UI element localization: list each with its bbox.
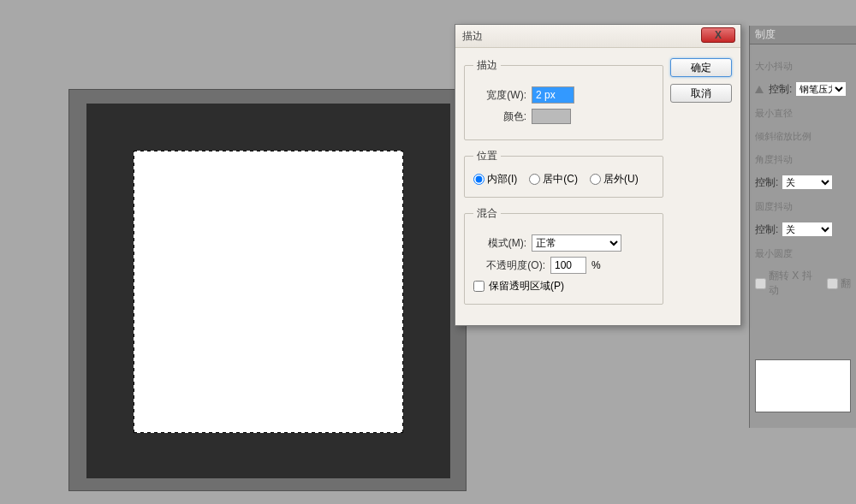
position-center-radio[interactable]: 居中(C) [529,172,578,187]
min-diameter-label: 最小直径 [755,107,851,120]
opacity-label: 不透明度(O): [473,258,545,273]
stroke-dialog: 描边 X 描边 宽度(W): 颜色: 位置 内部(I) 居中(C [455,24,741,326]
position-outside-radio[interactable]: 居外(U) [590,172,639,187]
min-roundness-label: 最小圆度 [755,247,851,260]
flip-y-checkbox[interactable]: 翻 [827,269,851,298]
cancel-button[interactable]: 取消 [670,84,732,103]
canvas-background [86,104,450,478]
dialog-titlebar[interactable]: 描边 X [455,25,740,48]
ok-button[interactable]: 确定 [670,58,732,77]
roundness-jitter-label: 圆度抖动 [755,200,851,213]
preserve-transparency-label: 保留透明区域(P) [489,279,564,294]
canvas-content [134,151,403,433]
control-label: 控制: [769,82,792,97]
blend-legend: 混合 [473,206,501,221]
close-button[interactable]: X [701,27,735,43]
blend-group: 混合 模式(M): 正常 不透明度(O): % 保留透明区域(P) [464,206,663,305]
width-label: 宽度(W): [473,88,526,103]
mode-select[interactable]: 正常 [532,234,621,252]
close-icon: X [715,29,722,41]
control-label-3: 控制: [755,222,778,237]
preserve-transparency-checkbox[interactable] [473,281,484,292]
flip-x-checkbox[interactable]: 翻转 X 抖动 [755,269,817,298]
control-select-pen[interactable]: 钢笔压力 [795,81,847,97]
control-row-3: 控制: 关 [755,222,851,237]
dialog-title: 描边 [462,29,483,44]
position-legend: 位置 [473,149,501,163]
canvas-area[interactable] [68,89,467,491]
color-swatch[interactable] [532,109,571,124]
control-label-2: 控制: [755,175,778,190]
scale-ratio-label: 倾斜缩放比例 [755,130,851,143]
control-select-off-1[interactable]: 关 [782,175,833,190]
stroke-legend: 描边 [473,58,501,73]
warning-icon [755,86,764,93]
angle-jitter-label: 角度抖动 [755,153,851,166]
color-label: 颜色: [473,110,526,124]
opacity-input[interactable] [550,257,586,274]
width-input[interactable] [532,86,574,104]
control-row-2: 控制: 关 [755,175,851,190]
position-group: 位置 内部(I) 居中(C) 居外(U) [464,149,663,198]
stroke-group: 描边 宽度(W): 颜色: [464,58,663,140]
brush-preview [755,359,851,412]
control-select-off-2[interactable]: 关 [782,222,833,237]
opacity-unit: % [591,259,601,271]
brush-dynamics-panel: 制度 大小抖动 控制: 钢笔压力 最小直径 倾斜缩放比例 角度抖动 控制: 关 … [749,26,856,428]
size-jitter-label: 大小抖动 [755,60,851,73]
position-inside-radio[interactable]: 内部(I) [473,172,517,187]
control-row-1: 控制: 钢笔压力 [755,81,851,97]
panel-tab[interactable]: 制度 [750,26,856,44]
mode-label: 模式(M): [473,236,526,251]
